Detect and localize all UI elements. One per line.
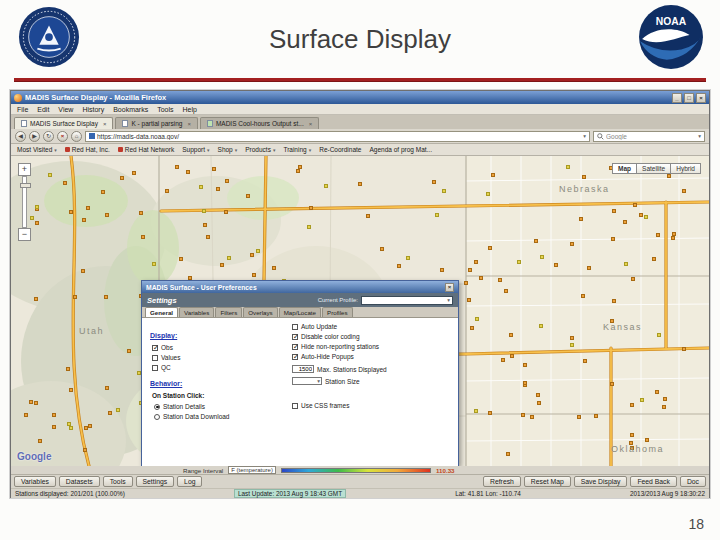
station-marker[interactable] bbox=[479, 276, 483, 280]
station-marker[interactable] bbox=[38, 439, 42, 443]
option-auto-hide-popups[interactable]: Auto-Hide Popups bbox=[292, 353, 354, 360]
option-disable-color-coding[interactable]: Disable color coding bbox=[292, 333, 360, 340]
station-marker[interactable] bbox=[435, 213, 439, 217]
menu-help[interactable]: Help bbox=[183, 106, 197, 113]
station-marker[interactable] bbox=[380, 247, 384, 251]
station-marker[interactable] bbox=[252, 273, 256, 277]
station-marker[interactable] bbox=[84, 426, 88, 430]
station-marker[interactable] bbox=[397, 264, 401, 268]
checkbox[interactable] bbox=[152, 355, 158, 361]
dialog-close-icon[interactable]: × bbox=[445, 283, 454, 292]
option-values[interactable]: Values bbox=[152, 354, 180, 361]
tools-button[interactable]: Tools bbox=[103, 476, 133, 487]
tab-partial-parsing[interactable]: K - partial parsing × bbox=[115, 117, 197, 129]
station-marker[interactable] bbox=[366, 214, 370, 218]
station-marker[interactable] bbox=[577, 415, 581, 419]
bookmark-redhat-inc[interactable]: Red Hat, Inc. bbox=[65, 146, 110, 153]
chevron-down-icon[interactable]: ▾ bbox=[698, 133, 701, 139]
station-marker[interactable] bbox=[406, 256, 410, 260]
station-marker[interactable] bbox=[631, 277, 635, 281]
station-marker[interactable] bbox=[203, 223, 207, 227]
station-marker[interactable] bbox=[657, 333, 661, 337]
station-marker[interactable] bbox=[81, 269, 85, 273]
range-units-select[interactable]: F (temperature) bbox=[228, 466, 276, 474]
station-marker[interactable] bbox=[52, 425, 56, 429]
checkbox[interactable] bbox=[292, 354, 298, 360]
station-marker[interactable] bbox=[67, 422, 71, 426]
station-marker[interactable] bbox=[570, 242, 574, 246]
station-marker[interactable] bbox=[486, 192, 490, 196]
station-marker[interactable] bbox=[24, 413, 28, 417]
map-type-satellite-button[interactable]: Satellite bbox=[637, 163, 671, 174]
station-marker[interactable] bbox=[307, 225, 311, 229]
map-viewport[interactable]: Utah Nebraska Kansas Oklahoma + − Map Sa… bbox=[11, 156, 709, 466]
station-marker[interactable] bbox=[540, 255, 544, 259]
station-marker[interactable] bbox=[633, 203, 637, 207]
dialog-tab-map-locate[interactable]: Map/Locate bbox=[279, 307, 321, 317]
station-marker[interactable] bbox=[63, 181, 67, 185]
current-profile-select[interactable]: ▾ bbox=[361, 296, 453, 305]
station-marker[interactable] bbox=[581, 294, 585, 298]
settings-button[interactable]: Settings bbox=[136, 476, 175, 487]
station-marker[interactable] bbox=[610, 382, 614, 386]
browser-titlebar[interactable]: MADIS Surface Display - Mozilla Firefox … bbox=[11, 91, 709, 104]
station-marker[interactable] bbox=[199, 185, 203, 189]
checkbox[interactable] bbox=[292, 403, 298, 409]
station-marker[interactable] bbox=[127, 349, 131, 353]
maximize-button[interactable]: □ bbox=[684, 93, 694, 103]
bookmark-training[interactable]: Training ▾ bbox=[283, 146, 311, 153]
home-icon[interactable]: ⌂ bbox=[71, 131, 82, 142]
bookmark-most-visited[interactable]: Most Visited ▾ bbox=[17, 146, 57, 153]
station-marker[interactable] bbox=[582, 175, 586, 179]
station-marker[interactable] bbox=[34, 401, 38, 405]
back-icon[interactable]: ◀ bbox=[15, 131, 26, 142]
station-marker[interactable] bbox=[682, 347, 686, 351]
reset-map-button[interactable]: Reset Map bbox=[524, 476, 571, 487]
station-marker[interactable] bbox=[104, 295, 108, 299]
station-marker[interactable] bbox=[52, 413, 56, 417]
station-marker[interactable] bbox=[655, 390, 659, 394]
station-marker[interactable] bbox=[630, 433, 634, 437]
station-marker[interactable] bbox=[488, 246, 492, 250]
station-marker[interactable] bbox=[662, 405, 666, 409]
station-marker[interactable] bbox=[506, 452, 510, 456]
station-marker[interactable] bbox=[474, 409, 478, 413]
station-marker[interactable] bbox=[470, 326, 474, 330]
station-marker[interactable] bbox=[152, 262, 156, 266]
station-marker[interactable] bbox=[29, 400, 33, 404]
station-marker[interactable] bbox=[612, 209, 616, 213]
zoom-slider-handle[interactable] bbox=[20, 183, 31, 188]
option-hide-non-reporting[interactable]: Hide non-reporting stations bbox=[292, 343, 379, 350]
station-marker[interactable] bbox=[83, 448, 87, 452]
station-marker[interactable] bbox=[671, 236, 675, 240]
menu-bookmarks[interactable]: Bookmarks bbox=[113, 106, 148, 113]
datasets-button[interactable]: Datasets bbox=[59, 476, 100, 487]
station-marker[interactable] bbox=[324, 184, 328, 188]
search-input[interactable] bbox=[606, 133, 696, 140]
bookmark-support[interactable]: Support ▾ bbox=[182, 146, 209, 153]
station-marker[interactable] bbox=[116, 408, 120, 412]
station-marker[interactable] bbox=[186, 170, 190, 174]
checkbox[interactable] bbox=[152, 345, 158, 351]
station-marker[interactable] bbox=[491, 173, 495, 177]
station-marker[interactable] bbox=[256, 249, 260, 253]
zoom-slider[interactable] bbox=[22, 176, 27, 228]
station-marker[interactable] bbox=[139, 211, 143, 215]
station-marker[interactable] bbox=[644, 215, 648, 219]
station-marker[interactable] bbox=[88, 424, 92, 428]
bookmark-shop[interactable]: Shop ▾ bbox=[218, 146, 238, 153]
menu-edit[interactable]: Edit bbox=[37, 106, 49, 113]
tab-close-icon[interactable]: × bbox=[187, 121, 191, 127]
station-marker[interactable] bbox=[640, 398, 644, 402]
option-obs[interactable]: Obs bbox=[152, 344, 173, 351]
station-marker[interactable] bbox=[467, 298, 471, 302]
radio-button[interactable] bbox=[154, 404, 160, 410]
station-marker[interactable] bbox=[105, 386, 109, 390]
max-stations-input[interactable] bbox=[292, 365, 314, 373]
station-marker[interactable] bbox=[34, 297, 38, 301]
station-marker[interactable] bbox=[583, 359, 587, 363]
refresh-button[interactable]: Refresh bbox=[483, 476, 521, 487]
station-marker[interactable] bbox=[358, 182, 362, 186]
radio-button[interactable] bbox=[154, 414, 160, 420]
station-marker[interactable] bbox=[216, 187, 220, 191]
